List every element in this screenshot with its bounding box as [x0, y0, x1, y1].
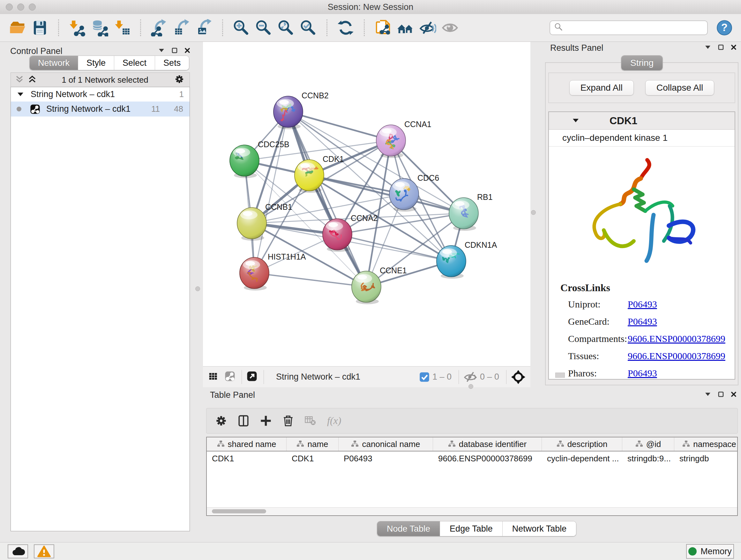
column-header-description[interactable]: description: [542, 437, 622, 451]
network-canvas[interactable]: CCNB2 CCNA1 CDC25B CDK1 CDC6 RB1 CCNB1: [203, 42, 530, 366]
left-splitter-handle[interactable]: [195, 287, 200, 291]
zoom-selected-button[interactable]: [299, 18, 318, 37]
column-header-shared-name[interactable]: shared name: [207, 437, 286, 451]
crosslink-link[interactable]: P06493: [628, 368, 657, 379]
crosslink-link[interactable]: 9606.ENSP00000378699: [628, 351, 725, 361]
show-hide-graphics-button[interactable]: [418, 18, 437, 37]
network-row-selected[interactable]: String Network – cdk1 11 48: [11, 102, 190, 117]
column-header-database-identifier[interactable]: database identifier: [433, 437, 542, 451]
export-table-button[interactable]: [172, 18, 191, 37]
grid-view-icon[interactable]: [208, 371, 220, 383]
import-network-button[interactable]: [68, 18, 86, 37]
network-node-CCNA1[interactable]: [376, 125, 406, 158]
save-button[interactable]: [30, 18, 49, 37]
table-cell[interactable]: 9606.ENSP00000378699: [433, 451, 542, 465]
column-header--id[interactable]: @id: [622, 437, 674, 451]
column-header-name[interactable]: name: [286, 437, 339, 451]
network-node-CDKN1A[interactable]: [436, 246, 466, 279]
collapse-all-button[interactable]: Collapse All: [645, 80, 714, 96]
table-panel-float-icon[interactable]: [718, 391, 724, 397]
birdseye-button[interactable]: [441, 18, 459, 37]
network-edge[interactable]: [337, 234, 451, 261]
search-box[interactable]: [549, 20, 708, 35]
gear-table-button[interactable]: [214, 414, 228, 428]
results-panel-menu-icon[interactable]: [704, 45, 711, 50]
table-panel-close-icon[interactable]: [731, 391, 737, 397]
table-cell[interactable]: stringdb:9...: [622, 451, 674, 465]
memory-button[interactable]: Memory: [686, 544, 734, 559]
columns-table-button[interactable]: [237, 414, 251, 428]
column-header-canonical-name[interactable]: canonical name: [339, 437, 433, 451]
collapse-triangle-icon[interactable]: [17, 92, 23, 97]
table-cell[interactable]: CDK1: [207, 451, 286, 465]
import-database-button[interactable]: [90, 18, 109, 37]
zoom-in-button[interactable]: [232, 18, 251, 37]
search-input[interactable]: [566, 23, 703, 33]
network-node-CCNB2[interactable]: [273, 96, 303, 129]
warnings-button[interactable]: [34, 544, 54, 558]
table-cell[interactable]: cyclin-dependent ...: [542, 451, 622, 465]
results-panel-float-icon[interactable]: [718, 44, 724, 50]
crosslink-link[interactable]: 9606.ENSP00000378699: [628, 333, 725, 344]
share-file-button[interactable]: [374, 18, 392, 37]
network-node-CDC6[interactable]: [389, 179, 419, 212]
network-view-title: String Network – cdk1: [276, 372, 360, 382]
network-node-HIST1H1A[interactable]: [240, 257, 269, 291]
network-options-gear-icon[interactable]: [174, 73, 185, 86]
table-cell[interactable]: stringdb: [674, 451, 738, 465]
column-header-namespace[interactable]: namespace: [674, 437, 738, 451]
control-panel-close-icon[interactable]: [185, 48, 190, 53]
home-button[interactable]: [396, 18, 414, 37]
network-node-CCNE1[interactable]: [352, 271, 381, 304]
expand-all-networks-icon[interactable]: [28, 75, 37, 84]
table-row[interactable]: CDK1CDK1P064939606.ENSP00000378699cyclin…: [207, 451, 737, 465]
gene-section-header[interactable]: CDK1: [549, 112, 735, 130]
import-table-button[interactable]: [113, 18, 131, 37]
crosslink-label: Tissues:: [568, 351, 628, 361]
network-collection-row[interactable]: String Network – cdk1 1: [11, 87, 190, 102]
control-panel-menu-icon[interactable]: [158, 48, 165, 53]
open-folder-button[interactable]: [8, 18, 27, 37]
network-badge-icon[interactable]: [224, 371, 237, 383]
right-splitter-handle[interactable]: [531, 210, 536, 215]
open-in-new-window-icon[interactable]: [246, 371, 259, 383]
table-cell[interactable]: CDK1: [286, 451, 339, 465]
help-button[interactable]: ?: [716, 19, 733, 36]
control-panel-float-icon[interactable]: [172, 48, 178, 53]
export-network-button[interactable]: [150, 18, 169, 37]
crosslink-link[interactable]: P06493: [628, 299, 657, 310]
tab-network[interactable]: Network: [30, 56, 78, 70]
add-table-button[interactable]: [259, 414, 273, 428]
zoom-out-button[interactable]: [254, 18, 273, 37]
network-edge[interactable]: [254, 273, 366, 287]
section-scrollbar[interactable]: [555, 373, 565, 378]
zoom-fit-button[interactable]: [277, 18, 295, 37]
expand-all-button[interactable]: Expand All: [569, 80, 634, 96]
network-node-CCNA2[interactable]: [323, 219, 352, 252]
tab-style[interactable]: Style: [78, 56, 114, 70]
tab-edge-table[interactable]: Edge Table: [440, 521, 502, 536]
tab-string[interactable]: String: [621, 56, 663, 70]
tab-node-table[interactable]: Node Table: [377, 521, 440, 536]
network-node-RB1[interactable]: [449, 198, 478, 231]
tab-network-table[interactable]: Network Table: [502, 521, 576, 536]
export-image-button[interactable]: [195, 18, 213, 37]
bottom-splitter-handle[interactable]: [468, 384, 473, 389]
network-node-CDC25B[interactable]: [230, 145, 259, 178]
refresh-button[interactable]: [336, 18, 355, 37]
trash-table-button[interactable]: [281, 414, 295, 428]
table-horizontal-scrollbar[interactable]: [207, 507, 737, 515]
results-panel-close-icon[interactable]: [731, 44, 737, 50]
network-edge[interactable]: [254, 112, 288, 273]
collapse-all-networks-icon[interactable]: [15, 75, 23, 84]
cloud-button[interactable]: [8, 544, 28, 558]
section-collapse-triangle-icon[interactable]: [572, 118, 579, 123]
crosslink-link[interactable]: P06493: [628, 316, 657, 327]
table-panel-menu-icon[interactable]: [704, 392, 711, 396]
birdseye-navigator-icon[interactable]: [511, 370, 526, 384]
tab-sets[interactable]: Sets: [155, 56, 189, 70]
selected-checkbox-icon[interactable]: [419, 372, 430, 382]
table-cell[interactable]: P06493: [339, 451, 433, 465]
scrollbar-thumb[interactable]: [212, 509, 266, 513]
tab-select[interactable]: Select: [114, 56, 155, 70]
